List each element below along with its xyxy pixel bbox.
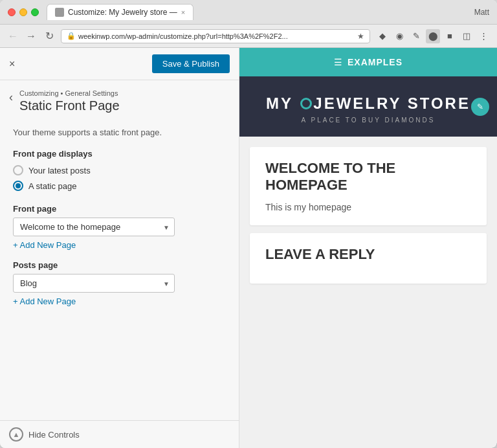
- panel-footer: ▲ Hide Controls: [0, 420, 239, 448]
- back-button[interactable]: ←: [6, 30, 19, 42]
- front-page-select-wrapper: Welcome to the homepage ▼: [13, 218, 175, 236]
- posts-page-select[interactable]: Blog: [13, 274, 175, 293]
- homepage-card: WELCOME TO THEHOMEPAGE This is my homepa…: [250, 147, 487, 225]
- radio-circle-static: [13, 181, 23, 191]
- browser-tab[interactable]: Customize: My Jewelry store — ×: [47, 4, 193, 20]
- front-page-field-group: Front page Welcome to the homepage ▼ + A…: [13, 204, 226, 250]
- breadcrumb-text: Customizing • General Settings Static Fr…: [19, 89, 120, 113]
- hide-controls-icon[interactable]: ▲: [9, 427, 23, 442]
- save-publish-button[interactable]: Save & Publish: [152, 54, 230, 73]
- extension-icon-1[interactable]: ◆: [375, 29, 390, 43]
- breadcrumb-section: ‹ Customizing • General Settings Static …: [0, 80, 239, 118]
- customizer-panel: × Save & Publish ‹ Customizing • General…: [0, 48, 239, 448]
- homepage-card-title: WELCOME TO THEHOMEPAGE: [265, 160, 471, 194]
- maximize-traffic-light[interactable]: [31, 8, 39, 16]
- lock-icon: 🔒: [67, 32, 76, 40]
- ring-icon: [300, 98, 312, 109]
- preview-site: MY JEWELRY STORE A PLACE TO BUY DIAMONDS…: [239, 76, 497, 448]
- hamburger-icon: ☰: [334, 57, 342, 67]
- close-traffic-light[interactable]: [8, 8, 16, 16]
- radio-circle-latest: [13, 165, 23, 175]
- preview-title: EXAMPLES: [348, 57, 403, 67]
- title-bar: Customize: My Jewelry store — × Matt: [0, 0, 497, 25]
- site-header: MY JEWELRY STORE A PLACE TO BUY DIAMONDS…: [239, 76, 497, 137]
- reply-card-title: LEAVE A REPLY: [265, 246, 471, 263]
- breadcrumb-title: Static Front Page: [19, 98, 120, 113]
- breadcrumb-path: Customizing • General Settings: [19, 89, 120, 97]
- extension-icon-6[interactable]: ◫: [459, 29, 474, 43]
- browser-toolbar-icons: ◆ ◉ ✎ ⬤ ■ ◫ ⋮: [375, 29, 491, 43]
- add-new-front-link[interactable]: + Add New Page: [13, 240, 76, 250]
- front-page-displays-label: Front page displays: [13, 149, 226, 159]
- extension-icon-4[interactable]: ⬤: [426, 29, 440, 43]
- tab-favicon: [55, 8, 64, 17]
- user-name: Matt: [474, 8, 489, 17]
- site-name-part1: MY: [266, 95, 299, 112]
- posts-page-select-wrapper: Blog ▼: [13, 274, 175, 293]
- homepage-card-body: This is my homepage: [265, 202, 471, 212]
- front-page-select[interactable]: Welcome to the homepage: [13, 218, 175, 236]
- site-name-part3: STORE: [401, 95, 470, 112]
- tab-title: Customize: My Jewelry store —: [68, 8, 177, 17]
- panel-toolbar: × Save & Publish: [0, 48, 239, 80]
- refresh-button[interactable]: ↻: [43, 30, 56, 42]
- radio-group: Your latest posts A static page: [13, 165, 226, 191]
- add-new-posts-link[interactable]: + Add New Page: [13, 297, 76, 306]
- bookmark-icon[interactable]: ★: [357, 32, 364, 41]
- url-bar[interactable]: 🔒 weekinwp.com/wp-admin/customize.php?ur…: [61, 29, 370, 43]
- tab-bar: Customize: My Jewelry store — ×: [47, 4, 474, 20]
- theme-note: Your theme supports a static front page.: [13, 128, 226, 137]
- radio-static-page[interactable]: A static page: [13, 181, 226, 191]
- posts-page-label: Posts page: [13, 260, 226, 270]
- traffic-lights: [8, 8, 39, 16]
- minimize-traffic-light[interactable]: [19, 8, 27, 16]
- url-text: weekinwp.com/wp-admin/customize.php?url=…: [78, 32, 355, 40]
- extension-icon-2[interactable]: ◉: [392, 29, 406, 43]
- edit-site-header-button[interactable]: ✎: [471, 98, 489, 116]
- preview-topbar: ☰ EXAMPLES: [239, 48, 497, 76]
- radio-static-label: A static page: [28, 181, 76, 191]
- more-options-icon[interactable]: ⋮: [476, 29, 491, 43]
- address-bar: ← → ↻ 🔒 weekinwp.com/wp-admin/customize.…: [0, 25, 497, 48]
- hide-controls-button[interactable]: Hide Controls: [28, 430, 80, 440]
- back-arrow-button[interactable]: ‹: [9, 91, 13, 104]
- tab-close-button[interactable]: ×: [181, 8, 185, 16]
- site-tagline: A PLACE TO BUY DIAMONDS: [252, 117, 484, 124]
- extension-icon-3[interactable]: ✎: [409, 29, 423, 43]
- site-name: MY JEWELRY STORE: [252, 95, 484, 113]
- browser-window: Customize: My Jewelry store — × Matt ← →…: [0, 0, 497, 448]
- main-content: × Save & Publish ‹ Customizing • General…: [0, 48, 497, 448]
- front-page-label: Front page: [13, 204, 226, 214]
- radio-latest-label: Your latest posts: [28, 166, 91, 175]
- forward-button[interactable]: →: [25, 30, 38, 42]
- site-body: WELCOME TO THEHOMEPAGE This is my homepa…: [239, 137, 497, 448]
- panel-body: Your theme supports a static front page.…: [0, 118, 239, 420]
- posts-page-field-group: Posts page Blog ▼ + Add New Page: [13, 260, 226, 306]
- site-name-part2: JEWELRY: [313, 95, 401, 112]
- radio-latest-posts[interactable]: Your latest posts: [13, 165, 226, 175]
- reply-card: LEAVE A REPLY: [250, 233, 487, 284]
- extension-icon-5[interactable]: ■: [443, 29, 457, 43]
- preview-panel: ☰ EXAMPLES MY JEWELRY STORE A PLACE TO B…: [239, 48, 497, 448]
- close-customizer-button[interactable]: ×: [9, 58, 15, 70]
